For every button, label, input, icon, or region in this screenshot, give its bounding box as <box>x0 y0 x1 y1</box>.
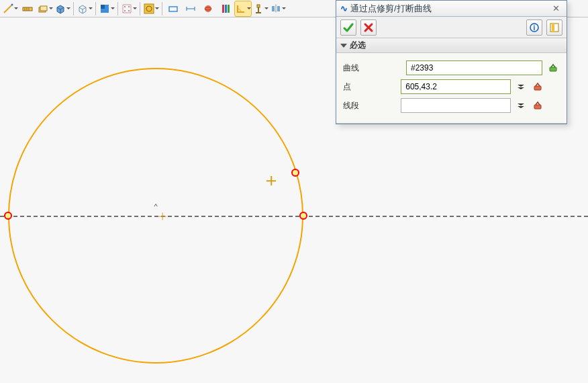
row-point: 点 <box>343 77 560 96</box>
section-header-required[interactable]: 必选 <box>336 38 567 53</box>
cube-outline-icon[interactable] <box>77 1 93 16</box>
close-icon[interactable]: ✕ <box>549 3 562 14</box>
help-button[interactable] <box>546 19 562 36</box>
svg-rect-17 <box>101 5 105 9</box>
box-3d-icon[interactable] <box>54 1 70 16</box>
label-curve: 曲线 <box>343 62 402 74</box>
curve-point[interactable] <box>291 169 299 177</box>
svg-line-0 <box>4 5 11 13</box>
sphere-red-icon[interactable] <box>200 1 216 16</box>
input-point[interactable] <box>401 79 511 94</box>
dropdown-point-button[interactable] <box>548 80 560 93</box>
expand-segment-button[interactable] <box>515 99 527 112</box>
info-button[interactable]: i <box>526 19 542 36</box>
input-segment[interactable] <box>401 98 511 113</box>
curve-point[interactable] <box>299 212 307 220</box>
square-blue-icon[interactable] <box>99 1 115 16</box>
separator <box>95 2 96 15</box>
svg-point-21 <box>124 10 126 11</box>
svg-point-19 <box>124 6 126 7</box>
svg-point-29 <box>205 5 211 12</box>
svg-point-1 <box>11 3 13 5</box>
center-cross-icon <box>158 212 166 220</box>
pick-curve-button[interactable] <box>546 61 560 75</box>
curve-point[interactable] <box>4 212 12 220</box>
svg-rect-46 <box>550 67 556 71</box>
wave-icon: ∿ <box>340 3 348 13</box>
svg-text:i: i <box>534 24 536 32</box>
section-label: 必选 <box>350 40 366 51</box>
svg-rect-34 <box>257 5 260 7</box>
dialog-body: 曲线 点 线段 <box>336 53 567 124</box>
svg-rect-31 <box>222 5 224 13</box>
grid-dots-icon[interactable] <box>121 1 137 16</box>
svg-line-13 <box>79 7 83 9</box>
trim-break-dialog: ∿ 通过点修剪/打断曲线 ✕ i 必选 曲线 点 <box>336 0 567 124</box>
svg-rect-45 <box>552 24 554 32</box>
cancel-button[interactable] <box>360 19 377 36</box>
bars-colored-icon[interactable] <box>217 1 234 16</box>
ok-button[interactable] <box>340 19 356 36</box>
mirror-icon[interactable] <box>270 1 286 16</box>
svg-rect-47 <box>534 86 541 90</box>
pick-point-button[interactable] <box>532 80 544 93</box>
dialog-title-text: 通过点修剪/打断曲线 <box>350 3 432 15</box>
svg-rect-25 <box>169 7 177 11</box>
edit-pencil-icon[interactable] <box>2 1 18 16</box>
row-segment: 线段 <box>343 96 560 115</box>
curve-circle[interactable] <box>8 68 303 364</box>
collapse-triangle-icon <box>340 44 347 48</box>
svg-line-14 <box>83 7 86 9</box>
layers-icon[interactable] <box>37 1 53 16</box>
cursor-cross-icon <box>266 176 276 185</box>
measure-icon[interactable] <box>19 1 36 16</box>
expand-point-button[interactable] <box>515 80 527 93</box>
separator <box>162 2 162 15</box>
input-curve[interactable] <box>406 60 542 75</box>
svg-point-20 <box>128 6 130 7</box>
pick-segment-button[interactable] <box>532 99 544 112</box>
dropdown-segment-button[interactable] <box>548 99 560 112</box>
separator <box>73 2 74 15</box>
svg-rect-18 <box>123 5 131 13</box>
svg-rect-37 <box>272 6 275 11</box>
separator <box>140 2 140 15</box>
svg-rect-33 <box>228 5 230 13</box>
svg-rect-2 <box>23 7 32 11</box>
anchor-icon[interactable] <box>252 1 268 16</box>
label-point: 点 <box>343 81 397 93</box>
row-curve: 曲线 <box>343 58 560 77</box>
angle-yellow-icon[interactable] <box>235 1 251 16</box>
dialog-titlebar[interactable]: ∿ 通过点修剪/打断曲线 ✕ <box>336 1 567 17</box>
svg-rect-23 <box>144 4 154 13</box>
svg-point-22 <box>128 10 130 11</box>
dimension-h-icon[interactable] <box>183 1 199 16</box>
dialog-action-bar: i <box>336 17 567 38</box>
rect-wide-icon[interactable] <box>165 1 181 16</box>
label-segment: 线段 <box>343 100 397 112</box>
circle-yellow-icon[interactable] <box>143 1 159 16</box>
svg-rect-7 <box>40 6 47 11</box>
origin-mark-icon: ⌃ <box>153 202 158 212</box>
svg-rect-38 <box>277 6 280 11</box>
separator <box>117 2 118 15</box>
svg-rect-48 <box>534 105 541 109</box>
svg-rect-32 <box>225 5 227 13</box>
